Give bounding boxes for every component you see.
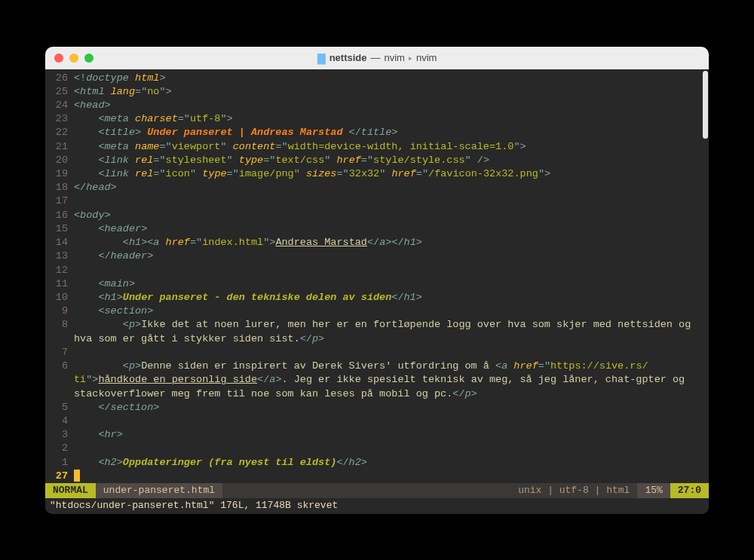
- gutter: 25: [45, 85, 74, 99]
- close-icon[interactable]: [54, 54, 63, 63]
- gutter: 2: [45, 442, 74, 455]
- cursor-line[interactable]: [74, 470, 707, 483]
- gutter: 21: [45, 140, 74, 154]
- code-line[interactable]: stackoverflower meg frem til noe som kan…: [74, 387, 707, 401]
- code-line[interactable]: <head>: [74, 99, 707, 112]
- code-line[interactable]: <p>Ikke det at noen lurer, men her er en…: [74, 318, 707, 332]
- gutter: 18: [45, 181, 74, 194]
- code-line[interactable]: ti">håndkode en personlig side</a>. Jeg …: [74, 373, 707, 387]
- minimize-icon[interactable]: [69, 54, 78, 63]
- code-line[interactable]: <link rel="stylesheet" type="text/css" h…: [74, 154, 707, 167]
- code-line[interactable]: <h2>Oppdateringer (fra nyest til eldst)<…: [74, 456, 707, 470]
- gutter: 1: [45, 456, 74, 470]
- titlebar[interactable]: ▇ nettside — nvim ▸ nvim: [45, 47, 709, 69]
- code-line[interactable]: <header>: [74, 222, 707, 236]
- code-line[interactable]: </section>: [74, 401, 707, 415]
- code-line[interactable]: [74, 194, 707, 208]
- gutter: 16: [45, 209, 74, 222]
- status-position: 27:0: [670, 483, 709, 498]
- mode-indicator: NORMAL: [45, 483, 96, 498]
- message-line: "htdocs/under-panseret.html" 176L, 11748…: [45, 498, 709, 514]
- gutter: 7: [45, 346, 74, 360]
- gutter-current: 27: [45, 470, 74, 483]
- gutter: 3: [45, 428, 74, 442]
- code-line[interactable]: </header>: [74, 249, 707, 263]
- gutter: 11: [45, 277, 74, 291]
- code-line[interactable]: [74, 346, 707, 360]
- gutter: 20: [45, 154, 74, 167]
- code-line[interactable]: hva som er gått i stykker siden sist.</p…: [74, 332, 707, 346]
- gutter: 13: [45, 249, 74, 263]
- code-line[interactable]: <link rel="icon" type="image/png" sizes=…: [74, 167, 707, 181]
- code-line[interactable]: <section>: [74, 304, 707, 318]
- chevron-right-icon: ▸: [409, 54, 412, 62]
- code-line[interactable]: <body>: [74, 209, 707, 222]
- gutter: 10: [45, 291, 74, 304]
- terminal-window: ▇ nettside — nvim ▸ nvim 26<!doctype htm…: [45, 47, 709, 514]
- scrollbar[interactable]: [703, 71, 708, 139]
- gutter: 12: [45, 264, 74, 277]
- gutter: 17: [45, 194, 74, 208]
- status-filename: under-panseret.html: [96, 483, 222, 498]
- window-title: ▇ nettside — nvim ▸ nvim: [45, 52, 709, 64]
- terminal-content[interactable]: 26<!doctype html> 25<html lang="no"> 24<…: [45, 69, 709, 514]
- gutter: 8: [45, 318, 74, 332]
- code-line[interactable]: <h1><a href="index.html">Andreas Marstad…: [74, 236, 707, 249]
- code-line[interactable]: <title> Under panseret | Andreas Marstad…: [74, 126, 707, 139]
- gutter: 6: [45, 360, 74, 373]
- gutter: 19: [45, 167, 74, 181]
- status-filetype: unix | utf-8 | html: [510, 483, 637, 498]
- title-process: nvim: [384, 52, 404, 63]
- code-line[interactable]: </head>: [74, 181, 707, 194]
- code-line[interactable]: <!doctype html>: [74, 72, 707, 85]
- code-line[interactable]: <h1>Under panseret - den tekniske delen …: [74, 291, 707, 304]
- title-folder: nettside: [329, 52, 367, 63]
- gutter: 26: [45, 72, 74, 85]
- gutter: 23: [45, 112, 74, 126]
- status-percent: 15%: [637, 483, 670, 498]
- zoom-icon[interactable]: [84, 54, 93, 63]
- gutter: 5: [45, 401, 74, 415]
- code-line[interactable]: <main>: [74, 277, 707, 291]
- gutter: 24: [45, 99, 74, 112]
- gutter: 14: [45, 236, 74, 249]
- title-sub: nvim: [416, 52, 437, 63]
- cursor: [74, 470, 80, 482]
- code-line[interactable]: <meta charset="utf-8">: [74, 112, 707, 126]
- gutter: 22: [45, 126, 74, 139]
- code-line[interactable]: <p>Denne siden er inspirert av Derek Siv…: [74, 360, 707, 373]
- code-line[interactable]: [74, 442, 707, 455]
- code-line[interactable]: <meta name="viewport" content="width=dev…: [74, 140, 707, 154]
- gutter: 4: [45, 415, 74, 428]
- gutter: 15: [45, 222, 74, 236]
- editor-area[interactable]: 26<!doctype html> 25<html lang="no"> 24<…: [45, 69, 709, 483]
- code-line[interactable]: <html lang="no">: [74, 85, 707, 99]
- gutter: 9: [45, 304, 74, 318]
- statusline: NORMAL under-panseret.html unix | utf-8 …: [45, 483, 709, 498]
- folder-icon: ▇: [317, 52, 326, 64]
- code-line[interactable]: [74, 415, 707, 428]
- code-line[interactable]: <hr>: [74, 428, 707, 442]
- code-line[interactable]: [74, 264, 707, 277]
